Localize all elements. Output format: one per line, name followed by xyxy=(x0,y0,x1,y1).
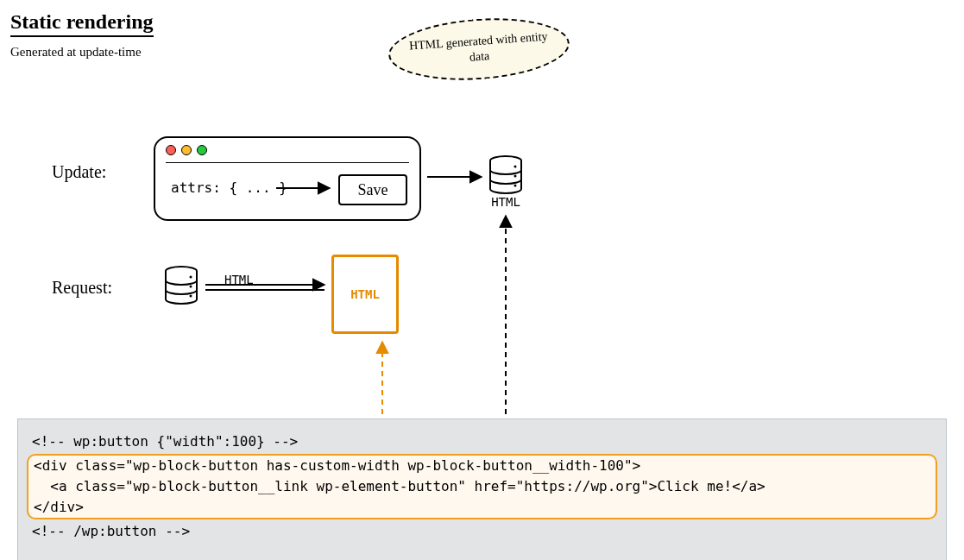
database-request-icon xyxy=(164,266,198,305)
callout-text: HTML generated with entity data xyxy=(403,28,555,70)
diagram-title: Static rendering xyxy=(10,10,154,37)
code-line-4: </div> xyxy=(34,499,84,515)
save-button-label: Save xyxy=(358,181,388,199)
diagram-subtitle: Generated at update-time xyxy=(10,45,142,60)
svg-point-2 xyxy=(514,175,517,178)
html-output-box: HTML xyxy=(331,255,399,334)
svg-point-6 xyxy=(190,286,192,288)
svg-point-1 xyxy=(514,166,517,168)
code-line-5: <!-- /wp:button --> xyxy=(32,523,190,539)
row-label-request: Request: xyxy=(52,278,112,298)
svg-point-5 xyxy=(190,276,192,279)
database-html-icon xyxy=(488,155,523,194)
save-button[interactable]: Save xyxy=(338,174,407,205)
traffic-yellow-icon xyxy=(181,145,192,155)
code-panel: <!-- wp:button {"width":100} --> <div cl… xyxy=(17,418,947,560)
svg-point-3 xyxy=(514,185,517,187)
row-label-update: Update: xyxy=(52,162,106,182)
code-line-2: <div class="wp-block-button has-custom-w… xyxy=(34,457,640,474)
html-output-label: HTML xyxy=(350,287,380,301)
arrow-label-html: HTML xyxy=(224,273,254,286)
callout-bubble: HTML generated with entity data xyxy=(387,13,571,85)
attrs-code: attrs: { ... } xyxy=(171,179,287,196)
traffic-green-icon xyxy=(197,145,207,155)
svg-point-7 xyxy=(190,295,192,298)
window-divider xyxy=(166,162,409,163)
traffic-red-icon xyxy=(166,145,176,155)
app-window: attrs: { ... } Save xyxy=(154,136,421,221)
code-highlight-block: <div class="wp-block-button has-custom-w… xyxy=(27,454,937,519)
window-traffic-lights xyxy=(166,145,207,155)
code-line-1: <!-- wp:button {"width":100} --> xyxy=(32,433,298,450)
code-line-3: <a class="wp-block-button__link wp-eleme… xyxy=(34,478,766,494)
database-html-label: HTML xyxy=(488,195,523,209)
